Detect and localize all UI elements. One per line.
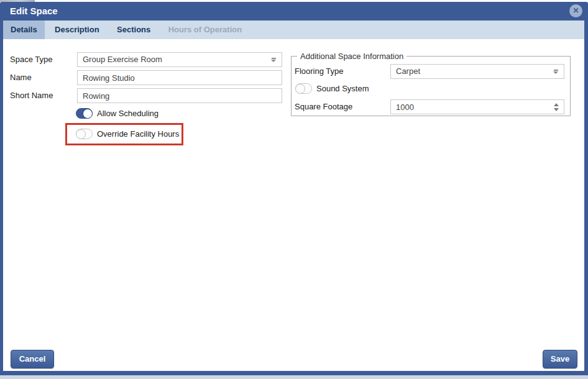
space-type-value: Group Exercise Room xyxy=(83,55,162,64)
tab-details[interactable]: Details xyxy=(3,21,45,39)
sound-system-toggle[interactable] xyxy=(295,83,312,94)
tab-hours-of-operation: Hours of Operation xyxy=(161,21,249,39)
spin-down-icon[interactable] xyxy=(554,108,559,111)
page-background-strip xyxy=(0,375,588,379)
square-footage-input[interactable] xyxy=(391,100,564,114)
short-name-input[interactable] xyxy=(78,89,282,103)
flooring-type-label: Flooring Type xyxy=(295,64,344,79)
background-page-sliver xyxy=(0,0,35,2)
space-type-label: Space Type xyxy=(10,52,52,67)
additional-space-information-legend: Additional Space Information xyxy=(297,52,407,61)
override-facility-hours-label: Override Facility Hours xyxy=(97,127,179,142)
space-type-dropdown[interactable]: Group Exercise Room xyxy=(77,52,282,67)
square-footage-field-wrap xyxy=(390,99,564,114)
override-facility-hours-toggle[interactable] xyxy=(76,129,93,139)
toggle-knob xyxy=(295,84,305,94)
toggle-knob xyxy=(76,129,86,139)
name-label: Name xyxy=(10,70,32,85)
name-input[interactable] xyxy=(78,71,282,84)
name-field-wrap xyxy=(77,70,282,85)
short-name-label: Short Name xyxy=(10,88,53,103)
number-stepper[interactable] xyxy=(554,103,559,112)
save-button[interactable]: Save xyxy=(543,350,577,368)
short-name-field-wrap xyxy=(77,88,282,103)
edit-space-dialog: Edit Space ✕ Details Description Section… xyxy=(0,0,588,379)
dialog-titlebar: Edit Space ✕ xyxy=(0,2,588,21)
chevron-down-icon[interactable] xyxy=(553,70,559,74)
toggle-knob xyxy=(83,109,93,119)
dialog-border-bottom xyxy=(0,371,588,375)
chevron-down-icon[interactable] xyxy=(271,58,277,62)
close-icon[interactable]: ✕ xyxy=(569,4,582,17)
cancel-button[interactable]: Cancel xyxy=(11,350,54,368)
tab-bar: Details Description Sections Hours of Op… xyxy=(3,21,584,39)
flooring-type-dropdown[interactable]: Carpet xyxy=(390,64,564,79)
dialog-title: Edit Space xyxy=(10,2,58,21)
dialog-border-right xyxy=(584,19,588,375)
spin-up-icon[interactable] xyxy=(554,103,559,106)
square-footage-label: Square Footage xyxy=(295,99,352,114)
tab-sections[interactable]: Sections xyxy=(109,21,158,39)
sound-system-label: Sound System xyxy=(316,81,369,96)
allow-scheduling-toggle[interactable] xyxy=(76,108,93,119)
allow-scheduling-label: Allow Scheduling xyxy=(97,106,158,121)
tab-description[interactable]: Description xyxy=(47,21,107,39)
flooring-type-value: Carpet xyxy=(396,66,420,76)
